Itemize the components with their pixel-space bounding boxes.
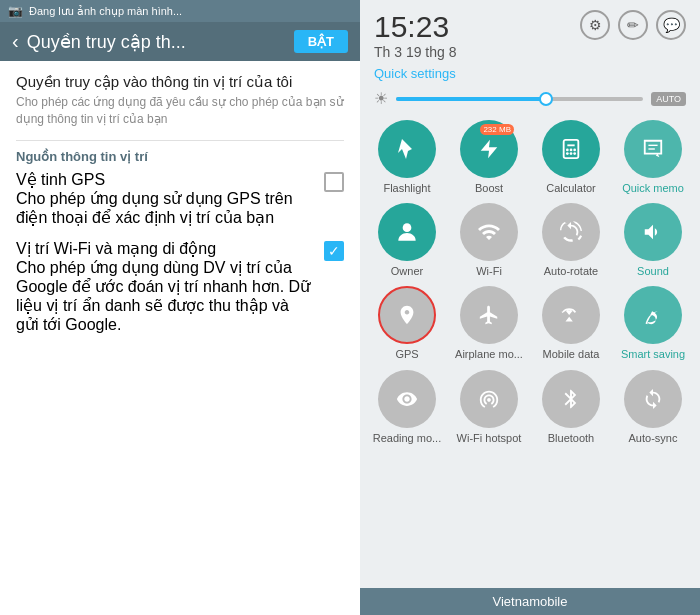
wifihotspot-button[interactable] bbox=[460, 370, 518, 428]
gps-text: Vệ tinh GPS Cho phép ứng dụng sử dụng GP… bbox=[16, 170, 312, 227]
divider-1 bbox=[16, 140, 344, 141]
readingmode-button[interactable] bbox=[378, 370, 436, 428]
edit-icon[interactable]: ✏ bbox=[618, 10, 648, 40]
boost-label: Boost bbox=[475, 182, 503, 195]
owner-button[interactable] bbox=[378, 203, 436, 261]
autorotate-label: Auto-rotate bbox=[544, 265, 598, 278]
grid-item-readingmode: Reading mo... bbox=[370, 370, 444, 445]
autorotate-button[interactable] bbox=[542, 203, 600, 261]
quick-settings-grid: Flashlight 232 MB Boost Calculator Quick… bbox=[360, 116, 700, 449]
right-status: 15:23 Th 3 19 thg 8 ⚙ ✏ 💬 bbox=[360, 0, 700, 64]
settings-icon[interactable]: ⚙ bbox=[580, 10, 610, 40]
mobiledata-label: Mobile data bbox=[543, 348, 600, 361]
grid-item-owner: Owner bbox=[370, 203, 444, 278]
wifihotspot-label: Wi-Fi hotspot bbox=[457, 432, 522, 445]
carrier-label: Vietnamobile bbox=[493, 594, 568, 609]
date-display: Th 3 19 thg 8 bbox=[374, 44, 457, 60]
quickmemo-button[interactable] bbox=[624, 120, 682, 178]
calculator-label: Calculator bbox=[546, 182, 596, 195]
status-bar: 📷 Đang lưu ảnh chụp màn hình... bbox=[0, 0, 360, 22]
wifi-location-title: Vị trí Wi-Fi và mạng di động bbox=[16, 239, 312, 258]
wifi-location-text: Vị trí Wi-Fi và mạng di động Cho phép ứn… bbox=[16, 239, 312, 334]
gps-title: Vệ tinh GPS bbox=[16, 170, 312, 189]
grid-item-smartsaving: Smart saving bbox=[616, 286, 690, 361]
mobiledata-button[interactable] bbox=[542, 286, 600, 344]
autosync-button[interactable] bbox=[624, 370, 682, 428]
svg-point-2 bbox=[566, 149, 569, 152]
location-access-desc: Cho phép các ứng dụng đã yêu cầu sự cho … bbox=[16, 94, 344, 128]
wifi-location-desc: Cho phép ứng dụng dùng DV vị trí của Goo… bbox=[16, 258, 312, 334]
flashlight-label: Flashlight bbox=[383, 182, 430, 195]
smartsaving-label: Smart saving bbox=[621, 348, 685, 361]
bluetooth-label: Bluetooth bbox=[548, 432, 594, 445]
wifi-location-checkbox[interactable]: ✓ bbox=[324, 241, 344, 261]
grid-item-bluetooth: Bluetooth bbox=[534, 370, 608, 445]
grid-item-mobiledata: Mobile data bbox=[534, 286, 608, 361]
quick-settings-label: Quick settings bbox=[360, 64, 700, 87]
header-bar: ‹ Quyền truy cập th... BẬT bbox=[0, 22, 360, 61]
svg-point-3 bbox=[570, 149, 573, 152]
location-access-title: Quyền truy cập vào thông tin vị trí của … bbox=[16, 73, 344, 91]
grid-item-quickmemo: Quick memo bbox=[616, 120, 690, 195]
boost-badge: 232 MB bbox=[480, 124, 514, 135]
airplane-button[interactable] bbox=[460, 286, 518, 344]
wifi-button[interactable] bbox=[460, 203, 518, 261]
owner-label: Owner bbox=[391, 265, 423, 278]
sound-label: Sound bbox=[637, 265, 669, 278]
gps-quick-label: GPS bbox=[395, 348, 418, 361]
quickmemo-label: Quick memo bbox=[622, 182, 684, 195]
message-icon[interactable]: 💬 bbox=[656, 10, 686, 40]
grid-item-gps: GPS bbox=[370, 286, 444, 361]
left-panel: 📷 Đang lưu ảnh chụp màn hình... ‹ Quyền … bbox=[0, 0, 360, 615]
location-source-header: Nguồn thông tin vị trí bbox=[16, 149, 344, 164]
svg-point-10 bbox=[403, 224, 412, 233]
location-access-item: Quyền truy cập vào thông tin vị trí của … bbox=[16, 73, 344, 128]
sound-button[interactable] bbox=[624, 203, 682, 261]
svg-point-5 bbox=[566, 152, 569, 155]
right-panel: 15:23 Th 3 19 thg 8 ⚙ ✏ 💬 Quick settings… bbox=[360, 0, 700, 615]
right-status-icons: ⚙ ✏ 💬 bbox=[580, 10, 686, 40]
calculator-button[interactable] bbox=[542, 120, 600, 178]
auto-badge: AUTO bbox=[651, 92, 686, 106]
wifi-label: Wi-Fi bbox=[476, 265, 502, 278]
page-title: Quyền truy cập th... bbox=[27, 31, 286, 53]
brightness-thumb bbox=[539, 92, 553, 106]
svg-point-4 bbox=[573, 149, 576, 152]
flashlight-button[interactable] bbox=[378, 120, 436, 178]
gps-row: Vệ tinh GPS Cho phép ứng dụng sử dụng GP… bbox=[16, 170, 344, 227]
left-content: Quyền truy cập vào thông tin vị trí của … bbox=[0, 61, 360, 615]
gps-quick-button[interactable] bbox=[378, 286, 436, 344]
autosync-label: Auto-sync bbox=[629, 432, 678, 445]
status-text: Đang lưu ảnh chụp màn hình... bbox=[29, 5, 182, 18]
grid-item-airplane: Airplane mo... bbox=[452, 286, 526, 361]
bluetooth-button[interactable] bbox=[542, 370, 600, 428]
brightness-slider[interactable] bbox=[396, 97, 643, 101]
gps-checkbox[interactable] bbox=[324, 172, 344, 192]
brightness-icon: ☀ bbox=[374, 89, 388, 108]
grid-item-wifi: Wi-Fi bbox=[452, 203, 526, 278]
grid-item-sound: Sound bbox=[616, 203, 690, 278]
time-date: 15:23 Th 3 19 thg 8 bbox=[374, 10, 457, 60]
bat-button[interactable]: BẬT bbox=[294, 30, 348, 53]
gps-desc: Cho phép ứng dụng sử dụng GPS trên điện … bbox=[16, 189, 312, 227]
readingmode-label: Reading mo... bbox=[373, 432, 441, 445]
svg-point-7 bbox=[573, 152, 576, 155]
camera-icon: 📷 bbox=[8, 4, 23, 18]
boost-button[interactable]: 232 MB bbox=[460, 120, 518, 178]
grid-item-autosync: Auto-sync bbox=[616, 370, 690, 445]
grid-item-flashlight: Flashlight bbox=[370, 120, 444, 195]
back-arrow-icon[interactable]: ‹ bbox=[12, 30, 19, 53]
svg-point-6 bbox=[570, 152, 573, 155]
grid-item-boost: 232 MB Boost bbox=[452, 120, 526, 195]
grid-item-wifihotspot: Wi-Fi hotspot bbox=[452, 370, 526, 445]
grid-item-autorotate: Auto-rotate bbox=[534, 203, 608, 278]
bottom-bar: Vietnamobile bbox=[360, 588, 700, 615]
smartsaving-button[interactable] bbox=[624, 286, 682, 344]
brightness-bar: ☀ AUTO bbox=[360, 87, 700, 116]
time-display: 15:23 bbox=[374, 10, 457, 44]
airplane-label: Airplane mo... bbox=[455, 348, 523, 361]
grid-item-calculator: Calculator bbox=[534, 120, 608, 195]
wifi-location-row: Vị trí Wi-Fi và mạng di động Cho phép ứn… bbox=[16, 239, 344, 334]
brightness-fill bbox=[396, 97, 544, 101]
